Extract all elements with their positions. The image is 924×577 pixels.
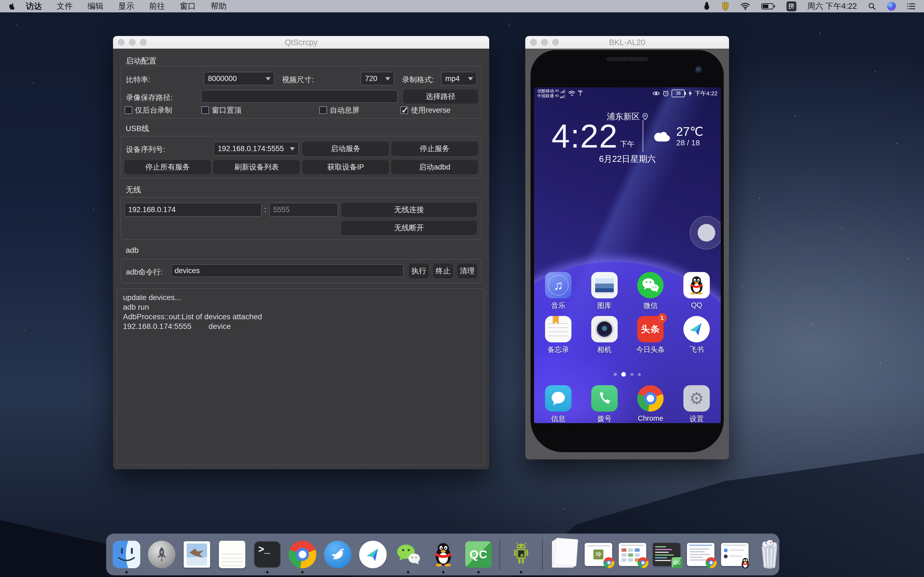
notification-center-icon[interactable]	[907, 2, 916, 10]
chrome-icon[interactable]	[637, 385, 664, 412]
assistive-touch-ball[interactable]	[690, 216, 721, 250]
menu-view[interactable]: 显示	[118, 1, 134, 12]
adb-cmd-input[interactable]	[171, 264, 404, 277]
dialer-icon[interactable]	[591, 385, 618, 412]
qtscrcpy-titlebar[interactable]: QtScrcpy	[113, 36, 489, 49]
siri-icon[interactable]	[887, 2, 896, 11]
app-label: QQ	[691, 301, 702, 309]
camera-icon[interactable]	[591, 316, 618, 342]
dock-trash[interactable]	[755, 540, 784, 569]
app-toutiao[interactable]: 头条 1 今日头条	[628, 316, 674, 355]
feishu-icon[interactable]	[683, 316, 710, 342]
clock-widget[interactable]: 4:22 下午 27℃ 28 / 18	[534, 119, 721, 153]
settings-gear-icon[interactable]: ⚙	[683, 385, 710, 412]
app-qq[interactable]: QQ	[674, 272, 720, 311]
record-format-combo[interactable]: mp4	[441, 72, 477, 85]
serial-combo[interactable]: 192.168.0.174:5555	[214, 142, 299, 156]
app-label: Chrome	[638, 414, 663, 422]
app-camera[interactable]: 相机	[582, 316, 628, 355]
apple-logo-icon[interactable]	[8, 2, 15, 10]
minimized-window-kun[interactable]: 坤	[585, 543, 612, 566]
start-service-button[interactable]: 启动服务	[303, 142, 389, 156]
wireless-port-input[interactable]	[270, 203, 338, 216]
qq-penguin-icon[interactable]	[703, 2, 711, 11]
phone-screen[interactable]: 优酷移动 3G 中国联通 4G	[534, 87, 721, 423]
weather-widget[interactable]: 27℃ 28 / 18	[651, 125, 703, 147]
checkbox-always-on-top[interactable]: 窗口置顶	[201, 105, 241, 115]
page-dot	[631, 373, 633, 376]
toutiao-icon[interactable]: 头条 1	[637, 316, 664, 342]
choose-path-button[interactable]: 选择路径	[404, 90, 478, 103]
dock-chrome[interactable]	[288, 540, 317, 569]
app-dialer[interactable]: 拨号	[582, 385, 628, 423]
app-settings[interactable]: ⚙ 设置	[674, 385, 720, 423]
page-dot-active	[621, 372, 626, 377]
dock-wechat[interactable]	[394, 540, 422, 569]
shield-icon[interactable]	[722, 2, 729, 11]
battery-icon[interactable]	[761, 2, 775, 10]
messages-icon[interactable]	[545, 385, 572, 412]
minimized-window-qtcreator[interactable]: QC	[653, 543, 680, 566]
checkbox-background-record[interactable]: 仅后台录制	[124, 105, 172, 115]
app-music[interactable]: ♫ 音乐	[535, 272, 582, 311]
adb-run-button[interactable]: 执行	[409, 264, 428, 278]
dock-qtcreator[interactable]: QC	[464, 540, 493, 569]
dock-launchpad[interactable]	[147, 540, 176, 569]
music-icon[interactable]: ♫	[545, 272, 572, 298]
checkbox-box[interactable]	[201, 106, 209, 114]
checkbox-box[interactable]	[401, 106, 408, 114]
dock-notes[interactable]	[218, 540, 246, 569]
dock-seal-app[interactable]	[323, 540, 352, 569]
wechat-icon[interactable]	[637, 272, 664, 298]
app-messages[interactable]: 信息	[535, 385, 582, 423]
wifi-icon[interactable]	[740, 2, 750, 10]
video-size-combo[interactable]: 720	[361, 72, 394, 85]
wireless-ip-input[interactable]	[124, 203, 262, 216]
menu-file[interactable]: 文件	[57, 1, 73, 12]
minimized-window-grid[interactable]	[619, 543, 646, 566]
pinyin-input-icon[interactable]: 拼	[787, 2, 796, 11]
app-gallery[interactable]: 图库	[582, 272, 628, 311]
notes-icon[interactable]	[545, 316, 572, 342]
bitrate-combo[interactable]: 8000000	[204, 72, 275, 85]
dock-lark[interactable]	[359, 540, 387, 569]
get-device-ip-button[interactable]: 获取设备IP	[303, 160, 389, 174]
start-adbd-button[interactable]: 启动adbd	[392, 160, 478, 174]
dock-finder[interactable]	[112, 540, 141, 569]
app-feishu[interactable]: 飞书	[674, 316, 720, 355]
phone-window-titlebar[interactable]: BKL-AL20	[525, 36, 729, 49]
dock-terminal[interactable]: >_	[253, 540, 282, 569]
menu-go[interactable]: 前往	[149, 1, 165, 12]
menu-edit[interactable]: 编辑	[87, 1, 103, 12]
checkbox-use-reverse[interactable]: 使用reverse	[401, 105, 451, 115]
dock-mail[interactable]	[183, 540, 211, 569]
wireless-disconnect-button[interactable]: 无线断开	[342, 221, 477, 235]
refresh-devices-button[interactable]: 刷新设备列表	[214, 160, 299, 174]
checkbox-auto-screen-off[interactable]: 自动息屏	[319, 105, 359, 115]
adb-clear-button[interactable]: 清理	[457, 264, 477, 278]
menu-help[interactable]: 帮助	[211, 1, 226, 12]
menu-finder[interactable]: 访达	[26, 1, 42, 12]
record-path-input[interactable]	[201, 90, 397, 103]
adb-stop-button[interactable]: 终止	[433, 264, 453, 278]
search-icon[interactable]	[868, 2, 876, 10]
dock-qq[interactable]	[429, 540, 457, 569]
checkbox-box[interactable]	[124, 106, 132, 114]
app-chrome[interactable]: Chrome	[628, 385, 674, 423]
minimized-window-chrome[interactable]	[687, 543, 714, 566]
checkbox-box[interactable]	[319, 106, 327, 114]
app-wechat[interactable]: 微信	[628, 272, 674, 311]
stop-all-services-button[interactable]: 停止所有服务	[124, 160, 211, 174]
minimized-window-qq[interactable]	[721, 543, 748, 566]
qq-icon[interactable]	[683, 272, 710, 298]
qq-penguin-icon	[432, 541, 454, 568]
app-notes[interactable]: 备忘录	[535, 316, 582, 355]
menu-window[interactable]: 窗口	[180, 1, 196, 12]
gallery-icon[interactable]	[591, 272, 618, 298]
stop-service-button[interactable]: 停止服务	[392, 142, 478, 156]
adb-log-output[interactable]: update devices... adb run AdbProcess::ou…	[117, 288, 485, 465]
menu-bar-clock[interactable]: 周六 下午4:22	[808, 1, 857, 12]
dock-documents-stack[interactable]	[549, 540, 578, 569]
wireless-connect-button[interactable]: 无线连接	[342, 203, 477, 216]
dock-android-scrcpy[interactable]	[507, 540, 535, 569]
